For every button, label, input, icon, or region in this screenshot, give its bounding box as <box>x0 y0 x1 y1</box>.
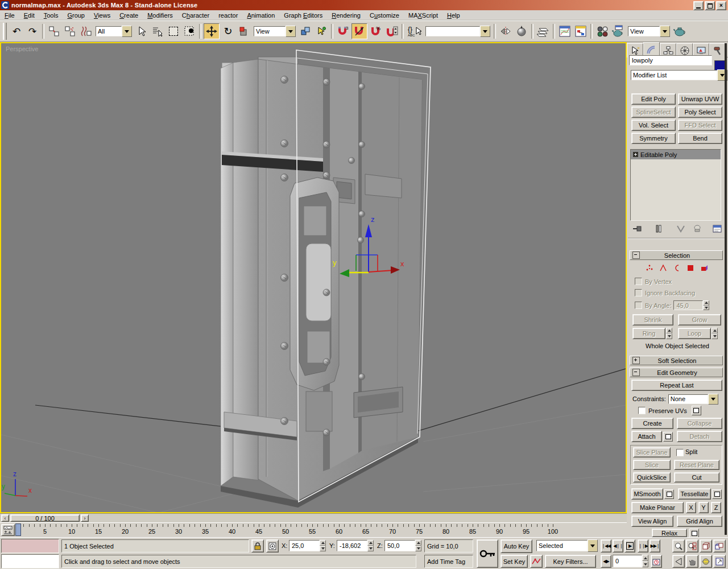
dropdown-arrow-icon[interactable] <box>660 26 670 37</box>
named-selection-dropdown[interactable] <box>425 26 490 37</box>
tessellate-button[interactable]: Tessellate <box>678 488 711 500</box>
menu-item-graph-editors[interactable]: Graph Editors <box>279 11 327 20</box>
loop-spinner[interactable] <box>712 328 718 339</box>
z-coord-field[interactable]: 50,0 <box>384 540 415 551</box>
modifier-button-poly-select[interactable]: Poly Select <box>678 106 722 118</box>
z-coord-spinner[interactable] <box>415 540 421 551</box>
relax-button[interactable]: Relax <box>652 529 687 537</box>
schematic-view-icon[interactable] <box>573 24 588 39</box>
modifier-button-bend[interactable]: Bend <box>678 133 722 144</box>
set-key-button[interactable]: Set Key <box>500 555 528 568</box>
menu-item-help[interactable]: Help <box>442 11 465 20</box>
preserve-uvs-checkbox[interactable] <box>638 407 646 414</box>
select-and-manipulate-icon[interactable] <box>314 24 329 39</box>
make-planar-z-button[interactable]: Z <box>711 502 721 513</box>
preserve-uvs-settings-button[interactable] <box>692 406 701 415</box>
redo-icon[interactable]: ↷ <box>25 24 40 39</box>
curve-editor-icon[interactable] <box>557 24 572 39</box>
show-end-result-icon[interactable] <box>652 223 665 234</box>
menu-item-create[interactable]: Create <box>115 11 143 20</box>
remove-modifier-icon[interactable] <box>691 223 704 234</box>
modifier-button-unwrap-uvw[interactable]: Unwrap UVW <box>678 93 722 105</box>
set-keys-button[interactable] <box>477 539 498 568</box>
named-selection-sets-icon[interactable]: {}ABC <box>406 24 423 39</box>
min-max-toggle-button[interactable] <box>713 555 726 568</box>
mirror-icon[interactable] <box>498 24 513 39</box>
key-mode-toggle-button[interactable]: ◀▶ <box>601 555 611 568</box>
select-object-icon[interactable] <box>134 24 149 39</box>
msmooth-button[interactable]: MSmooth <box>631 488 663 500</box>
key-filters-button[interactable]: Key Filters... <box>545 555 596 568</box>
dropdown-arrow-icon[interactable] <box>708 394 718 405</box>
material-editor-icon[interactable] <box>595 24 610 39</box>
restore-button[interactable] <box>705 1 715 10</box>
by-angle-spinner[interactable] <box>703 300 709 310</box>
time-configuration-button[interactable] <box>651 555 662 568</box>
unlink-selection-icon[interactable] <box>63 24 77 39</box>
current-frame-field[interactable]: 0 <box>613 555 642 567</box>
by-vertex-checkbox[interactable] <box>635 278 642 285</box>
zoom-all-button[interactable] <box>686 539 698 552</box>
pin-stack-icon[interactable] <box>631 223 644 234</box>
menu-item-animation[interactable]: Animation <box>242 11 279 20</box>
percent-snap-icon[interactable]: % <box>369 24 383 39</box>
select-and-move-icon[interactable] <box>204 23 220 39</box>
selection-lock-toggle[interactable] <box>251 539 264 552</box>
stack-item-editable-poly[interactable]: Editable Poly <box>631 150 721 159</box>
snap-toggle-3d-icon[interactable]: 3 <box>336 24 350 39</box>
layer-manager-icon[interactable] <box>536 24 551 39</box>
next-frame-button[interactable]: ❘❘▶ <box>638 539 648 552</box>
menu-item-customize[interactable]: Customize <box>365 11 404 20</box>
maxscript-listener-white[interactable] <box>1 554 59 568</box>
rollout-soft-selection[interactable]: Soft Selection <box>630 356 723 365</box>
ignore-backfacing-checkbox[interactable] <box>635 289 642 296</box>
time-slider-next-button[interactable]: › <box>81 514 89 522</box>
zoom-button[interactable] <box>672 539 685 552</box>
track-bar[interactable]: 0510152025303540455055606570758085909510… <box>0 522 627 537</box>
y-coord-spinner[interactable] <box>367 540 374 551</box>
x-coord-field[interactable]: 25,0 <box>289 540 320 551</box>
align-icon[interactable] <box>514 24 529 39</box>
previous-frame-button[interactable]: ◀❘❘ <box>613 539 623 552</box>
by-angle-checkbox[interactable] <box>635 302 642 309</box>
key-filter-dropdown[interactable]: Selected <box>536 540 598 551</box>
menu-item-reactor[interactable]: reactor <box>214 11 242 20</box>
set-key-mode-icon[interactable] <box>530 555 543 568</box>
rollout-selection[interactable]: Selection <box>630 250 723 260</box>
window-crossing-icon[interactable] <box>182 24 197 39</box>
render-scene-icon[interactable] <box>611 24 626 39</box>
angle-snap-icon[interactable] <box>351 23 367 39</box>
select-and-link-icon[interactable] <box>47 24 61 39</box>
absolute-offset-toggle[interactable] <box>266 539 279 552</box>
select-and-rotate-icon[interactable]: ↻ <box>221 24 235 39</box>
current-frame-spinner[interactable] <box>642 555 648 567</box>
dropdown-arrow-icon[interactable] <box>286 26 296 37</box>
menu-item-rendering[interactable]: Rendering <box>327 11 365 20</box>
bind-to-spacewarp-icon[interactable] <box>78 24 93 39</box>
menu-item-maxscript[interactable]: MAXScript <box>404 11 442 20</box>
reference-coordinate-dropdown[interactable]: View <box>254 26 296 37</box>
time-slider-button[interactable]: 0 / 100 <box>10 514 80 522</box>
dropdown-arrow-icon[interactable] <box>122 26 132 37</box>
perspective-viewport[interactable]: Perspective <box>0 42 627 513</box>
menu-item-character[interactable]: Character <box>177 11 214 20</box>
make-unique-icon[interactable] <box>675 223 687 234</box>
make-planar-button[interactable]: Make Planar <box>631 502 684 513</box>
y-coord-field[interactable]: -18,602 <box>337 540 367 551</box>
dropdown-arrow-icon[interactable] <box>588 539 598 552</box>
go-to-start-button[interactable]: ❘◀◀ <box>601 539 611 552</box>
subobject-edge-icon[interactable] <box>659 264 667 272</box>
x-coord-spinner[interactable] <box>320 540 326 551</box>
rollout-edit-geometry[interactable]: Edit Geometry <box>630 368 723 377</box>
tessellate-settings-button[interactable] <box>712 489 722 499</box>
dropdown-arrow-icon[interactable] <box>480 26 490 37</box>
select-and-scale-icon[interactable] <box>237 24 251 39</box>
undo-icon[interactable]: ↶ <box>9 24 24 39</box>
split-checkbox[interactable] <box>676 449 684 456</box>
constraints-dropdown[interactable]: None <box>668 393 718 405</box>
quickslice-button[interactable]: QuickSlice <box>633 472 671 483</box>
rectangular-selection-region-icon[interactable] <box>166 24 181 39</box>
menu-item-edit[interactable]: Edit <box>19 11 39 20</box>
modifier-button-vol-select[interactable]: Vol. Select <box>631 119 676 131</box>
viewport-label[interactable]: Perspective <box>6 46 38 52</box>
